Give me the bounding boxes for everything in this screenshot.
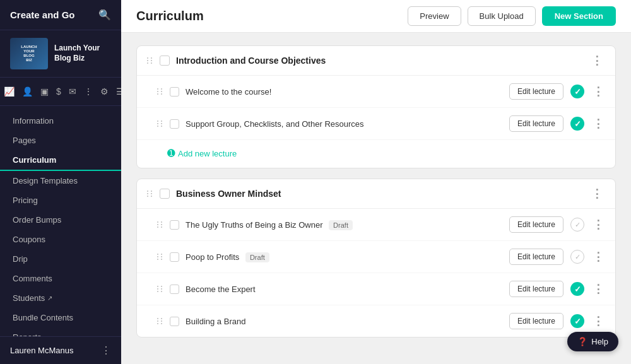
section-card: Introduction and Course Objectives ⋮ Wel…	[136, 45, 616, 168]
course-name: Launch Your Blog Biz	[54, 44, 111, 63]
library-icon[interactable]: ☰	[112, 83, 121, 100]
status-icon: ✓	[570, 84, 585, 99]
help-button[interactable]: ❓ Help	[567, 332, 618, 351]
lecture-checkbox[interactable]	[170, 252, 179, 262]
lecture-title: Support Group, Checklists, and Other Res…	[186, 119, 503, 129]
settings-icon[interactable]: ⚙	[97, 83, 112, 100]
draft-badge: Draft	[329, 220, 353, 230]
drag-handle[interactable]	[157, 221, 163, 228]
bulk-upload-button[interactable]: Bulk Upload	[468, 6, 536, 26]
published-icon: ✓	[570, 282, 584, 296]
draft-icon: ✓	[570, 218, 584, 232]
edit-lecture-button[interactable]: Edit lecture	[509, 83, 563, 100]
lecture-checkbox[interactable]	[170, 220, 179, 230]
sidebar-item-reports[interactable]: Reports	[0, 327, 121, 336]
new-section-button[interactable]: New Section	[542, 6, 616, 26]
lecture-checkbox[interactable]	[170, 285, 179, 294]
edit-lecture-button[interactable]: Edit lecture	[509, 249, 563, 265]
drag-handle[interactable]	[147, 57, 153, 64]
section-more-icon[interactable]: ⋮	[589, 55, 605, 66]
lecture-checkbox[interactable]	[170, 317, 179, 326]
section-title: Introduction and Course Objectives	[176, 56, 582, 66]
lecture-title: Building a Brand	[186, 317, 503, 326]
sidebar-footer: Lauren McManus ⋮	[0, 336, 121, 364]
section-checkbox[interactable]	[160, 56, 170, 66]
lecture-title: Welcome to the course!	[186, 87, 503, 97]
lecture-more-icon[interactable]: ⋮	[591, 282, 605, 296]
external-link-icon: ↗	[47, 295, 52, 302]
sidebar-item-information[interactable]: Information	[0, 111, 121, 131]
lecture-more-icon[interactable]: ⋮	[591, 218, 605, 232]
edit-lecture-button[interactable]: Edit lecture	[509, 115, 563, 132]
drag-handle[interactable]	[157, 88, 163, 95]
section-checkbox[interactable]	[160, 189, 170, 199]
sidebar-item-drip[interactable]: Drip	[0, 249, 121, 269]
lecture-more-icon[interactable]: ⋮	[591, 250, 605, 264]
main-header: Curriculum Preview Bulk Upload New Secti…	[121, 0, 631, 33]
lecture-more-icon[interactable]: ⋮	[591, 85, 605, 98]
lecture-title: The Ugly Truths of Being a Biz Owner Dra…	[186, 220, 503, 230]
edit-lecture-button[interactable]: Edit lecture	[509, 281, 563, 297]
header-actions: Preview Bulk Upload New Section	[408, 6, 616, 26]
lecture-more-icon[interactable]: ⋮	[591, 117, 605, 131]
more-icon[interactable]: ⋮	[101, 344, 111, 356]
published-icon: ✓	[570, 85, 584, 98]
dollar-icon[interactable]: $	[52, 83, 65, 100]
lecture-row: The Ugly Truths of Being a Biz Owner Dra…	[137, 209, 615, 241]
mail-icon[interactable]: ✉	[65, 83, 80, 100]
edit-lecture-button[interactable]: Edit lecture	[509, 313, 563, 329]
section-more-icon[interactable]: ⋮	[589, 188, 605, 199]
status-icon: ✓	[570, 217, 585, 232]
lecture-more-icon[interactable]: ⋮	[591, 314, 605, 328]
brand-name: Create and Go	[10, 9, 75, 20]
sidebar-item-coupons[interactable]: Coupons	[0, 230, 121, 249]
lecture-title: Become the Expert	[186, 285, 503, 294]
published-icon: ✓	[570, 314, 584, 328]
course-card[interactable]: LAUNCHYOURBLOGBIZ Launch Your Blog Biz	[0, 30, 121, 78]
status-icon: ✓	[570, 314, 585, 329]
sidebar-item-pricing[interactable]: Pricing	[0, 191, 121, 210]
sidebar-item-comments[interactable]: Comments	[0, 269, 121, 288]
sidebar-header: Create and Go 🔍	[0, 0, 121, 30]
status-icon: ✓	[570, 249, 585, 264]
sidebar-item-design-templates[interactable]: Design Templates	[0, 171, 121, 191]
add-lecture-row: ➊ Add new lecture	[137, 140, 615, 168]
user-icon[interactable]: 👤	[18, 83, 37, 100]
main: Curriculum Preview Bulk Upload New Secti…	[121, 0, 631, 364]
drag-handle[interactable]	[157, 120, 163, 127]
drag-handle[interactable]	[157, 318, 163, 324]
published-icon: ✓	[570, 117, 584, 131]
sidebar: Create and Go 🔍 LAUNCHYOURBLOGBIZ Launch…	[0, 0, 121, 364]
lecture-checkbox[interactable]	[170, 119, 179, 129]
drag-handle[interactable]	[157, 254, 163, 260]
section-header: Business Owner Mindset ⋮	[137, 179, 615, 209]
course-thumbnail: LAUNCHYOURBLOGBIZ	[10, 38, 48, 69]
user-name: Lauren McManus	[10, 346, 73, 355]
section-header: Introduction and Course Objectives ⋮	[137, 46, 615, 76]
search-icon[interactable]: 🔍	[98, 9, 111, 21]
sidebar-item-order-bumps[interactable]: Order Bumps	[0, 210, 121, 230]
grid-icon[interactable]: ⋮	[80, 83, 97, 100]
lecture-row: Support Group, Checklists, and Other Res…	[137, 108, 615, 140]
drag-handle[interactable]	[157, 286, 163, 292]
preview-button[interactable]: Preview	[408, 6, 461, 26]
draft-badge: Draft	[245, 252, 269, 262]
analytics-icon[interactable]: 📈	[0, 83, 18, 100]
help-question-icon: ❓	[577, 337, 587, 346]
edit-lecture-button[interactable]: Edit lecture	[509, 216, 563, 233]
status-icon: ✓	[570, 116, 585, 131]
draft-icon: ✓	[570, 250, 584, 264]
sidebar-item-bundle-contents[interactable]: Bundle Contents	[0, 308, 121, 327]
layout-icon[interactable]: ▣	[37, 83, 52, 100]
sidebar-item-curriculum[interactable]: Curriculum	[0, 150, 121, 171]
lecture-title: Poop to Profits Draft	[186, 252, 503, 262]
lecture-checkbox[interactable]	[170, 87, 179, 97]
add-lecture-link[interactable]: ➊ Add new lecture	[167, 148, 605, 159]
sidebar-item-pages[interactable]: Pages	[0, 131, 121, 150]
sidebar-nav: Information Pages Curriculum Design Temp…	[0, 106, 121, 336]
lecture-row: Poop to Profits Draft Edit lecture ✓ ⋮	[137, 241, 615, 273]
drag-handle[interactable]	[147, 191, 153, 197]
status-icon: ✓	[570, 281, 585, 296]
sidebar-item-students[interactable]: Students ↗	[0, 288, 121, 308]
lecture-row: Welcome to the course! Edit lecture ✓ ⋮	[137, 76, 615, 108]
